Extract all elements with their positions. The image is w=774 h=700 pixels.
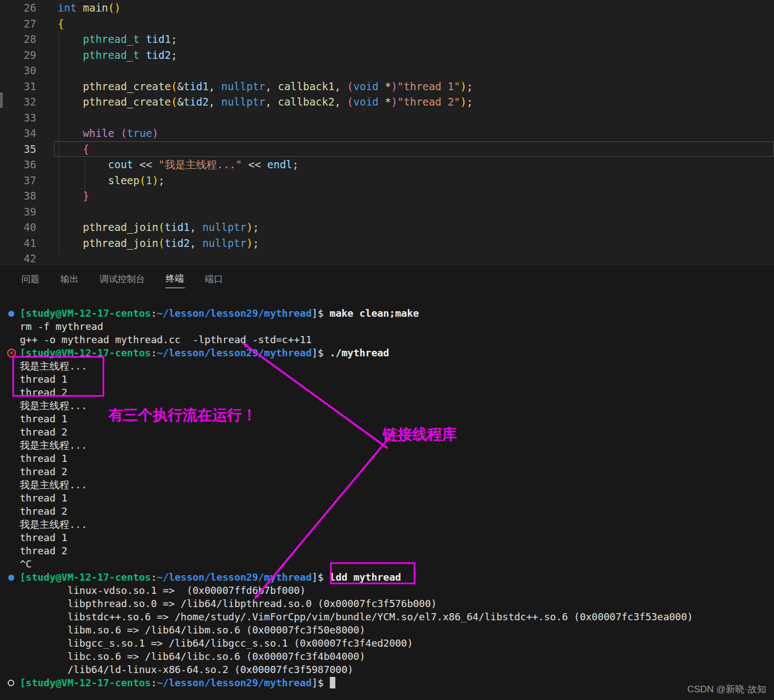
token: ; xyxy=(467,96,473,108)
terminal-line: g++ -o mythread mythread.cc -lpthread -s… xyxy=(0,333,774,346)
code-line[interactable]: 32 pthread_create(&tid2, nullptr, callba… xyxy=(0,94,774,110)
token: pthread_create xyxy=(83,80,171,92)
token: /lib64/ld-linux-x86-64.so.2 (0x00007fc3f… xyxy=(20,664,353,675)
code-line[interactable]: 27{ xyxy=(0,16,774,32)
token: ( xyxy=(171,96,177,108)
code-editor[interactable]: 26int main()27{28 pthread_t tid1;29 pthr… xyxy=(0,0,774,264)
line-number: 29 xyxy=(0,47,36,63)
token: , xyxy=(334,96,347,108)
line-number: 31 xyxy=(0,79,36,95)
token: ; xyxy=(253,221,259,233)
code-text: int main() xyxy=(36,0,120,16)
token: tid2 xyxy=(165,237,190,249)
token: thread 2 xyxy=(20,387,68,398)
panel-tab-problems[interactable]: 问题 xyxy=(21,271,40,288)
token: ( xyxy=(171,80,177,92)
code-lines: 26int main()27{28 pthread_t tid1;29 pthr… xyxy=(0,0,774,264)
terminal-line: 我是主线程... xyxy=(0,518,774,531)
token: ) xyxy=(391,96,397,108)
token: , xyxy=(266,80,278,92)
token: void xyxy=(353,96,379,108)
token: thread 1 xyxy=(20,532,68,543)
token xyxy=(140,49,146,61)
code-line[interactable]: 33 xyxy=(0,110,774,126)
code-line[interactable]: 36 cout << "我是主线程..." << endl; xyxy=(0,157,774,173)
token: linux-vdso.so.1 => (0x00007ffd6b7bf000) xyxy=(20,585,306,596)
token: ) xyxy=(246,237,252,249)
panel-tab-debug-console[interactable]: 调试控制台 xyxy=(99,271,146,288)
token: tid1 xyxy=(184,80,209,92)
line-number: 38 xyxy=(0,188,36,204)
token: main xyxy=(83,2,108,14)
token: pthread_t xyxy=(83,33,140,45)
token: ( xyxy=(120,127,126,139)
token: ~/lesson/lesson29/mythread xyxy=(157,571,312,583)
code-line[interactable]: 37 sleep(1); xyxy=(0,173,774,189)
token: ) xyxy=(152,127,158,139)
token: [study@VM-12-17-centos xyxy=(20,307,151,319)
token: ; xyxy=(171,49,177,61)
line-number: 41 xyxy=(0,235,36,251)
panel-tab-output[interactable]: 输出 xyxy=(60,271,79,288)
command-pending-icon xyxy=(8,680,14,686)
token: true xyxy=(127,127,152,139)
token: , xyxy=(334,80,347,92)
token: tid2 xyxy=(146,49,171,61)
code-line[interactable]: 35 { xyxy=(0,141,774,157)
token: "thread 1" xyxy=(397,80,460,92)
terminal-line: thread 2 xyxy=(0,426,774,439)
code-text: pthread_t tid2; xyxy=(36,47,177,63)
token: libstdc++.so.6 => /home/study/.VimForCpp… xyxy=(20,611,693,622)
token: tid1 xyxy=(146,33,171,45)
token: libpthread.so.0 => /lib64/libpthread.so.… xyxy=(20,598,437,609)
line-number: 33 xyxy=(0,110,36,126)
code-line[interactable]: 39 xyxy=(0,204,774,220)
token: pthread_join xyxy=(83,221,158,233)
token: ]$ xyxy=(312,307,330,319)
token: ( xyxy=(347,96,353,108)
token: : xyxy=(151,571,157,583)
token: 我是主线程... xyxy=(20,400,87,411)
terminal-line: thread 1 xyxy=(0,492,774,505)
terminal-line: thread 1 xyxy=(0,373,774,386)
token: << xyxy=(242,158,267,170)
code-line[interactable]: 31 pthread_create(&tid1, nullptr, callba… xyxy=(0,79,774,95)
code-text: sleep(1); xyxy=(36,173,165,189)
command-failed-icon: ✕ xyxy=(7,349,16,357)
panel-tab-ports[interactable]: 端口 xyxy=(204,271,224,288)
code-line[interactable]: 40 pthread_join(tid1, nullptr); xyxy=(0,219,774,235)
token: thread 1 xyxy=(20,413,68,425)
line-number: 35 xyxy=(0,141,36,157)
command-success-icon xyxy=(8,575,14,581)
code-line[interactable]: 42 xyxy=(0,251,774,264)
terminal[interactable]: [study@VM-12-17-centos:~/lesson/lesson29… xyxy=(0,294,774,690)
code-line[interactable]: 26int main() xyxy=(0,0,774,16)
panel-tab-terminal[interactable]: 终端 xyxy=(165,271,185,288)
terminal-line: 我是主线程... xyxy=(0,360,774,373)
panel-tabs: 问题输出调试控制台终端端口 xyxy=(0,265,774,294)
code-text: } xyxy=(36,188,89,204)
code-line[interactable]: 41 pthread_join(tid2, nullptr); xyxy=(0,235,774,251)
token: } xyxy=(83,190,89,202)
terminal-line: 我是主线程... xyxy=(0,439,774,452)
code-line[interactable]: 38 } xyxy=(0,188,774,204)
code-line[interactable]: 29 pthread_t tid2; xyxy=(0,47,774,63)
token: thread 1 xyxy=(20,492,68,504)
token: thread 2 xyxy=(20,466,68,477)
token: : xyxy=(151,677,157,688)
token: tid1 xyxy=(165,221,190,233)
terminal-line: libc.so.6 => /lib64/libc.so.6 (0x00007fc… xyxy=(0,650,774,663)
code-line[interactable]: 30 xyxy=(0,63,774,79)
token: void xyxy=(353,80,379,92)
token: ^C xyxy=(20,558,32,570)
code-line[interactable]: 34 while (true) xyxy=(0,125,774,141)
token: pthread_t xyxy=(83,49,140,61)
code-line[interactable]: 28 pthread_t tid1; xyxy=(0,31,774,47)
token: ]$ xyxy=(312,677,330,688)
token xyxy=(140,33,146,45)
token: 1 xyxy=(146,174,152,186)
token: << xyxy=(133,158,158,170)
token: rm -f mythread xyxy=(20,321,103,332)
token: , xyxy=(209,96,222,108)
line-number: 27 xyxy=(0,16,36,32)
